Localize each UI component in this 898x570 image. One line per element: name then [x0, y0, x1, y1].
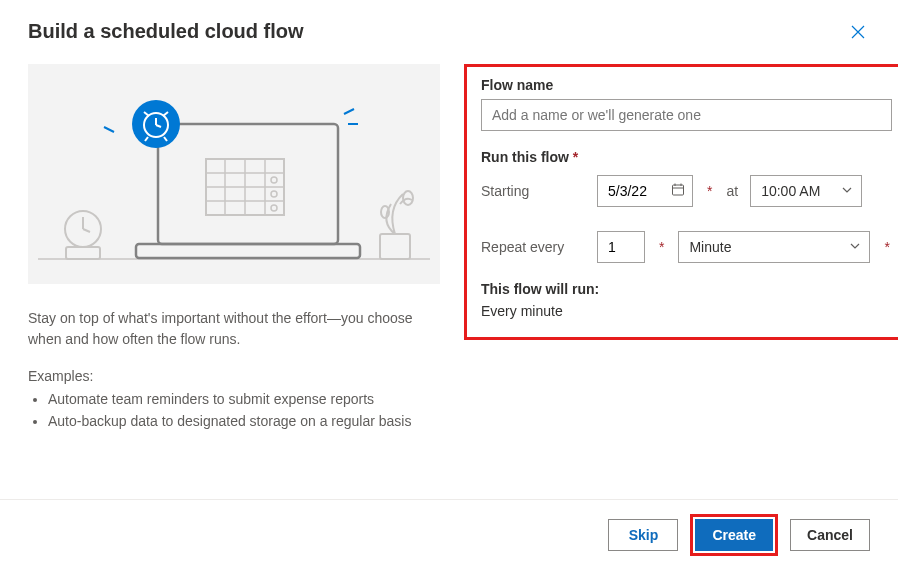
flow-name-input[interactable] [481, 99, 892, 131]
dialog-footer: Skip Create Cancel [0, 499, 898, 570]
flow-name-label: Flow name [481, 77, 892, 93]
description-text: Stay on top of what's important without … [28, 308, 440, 350]
required-asterisk: * [884, 239, 889, 255]
svg-line-20 [104, 127, 114, 132]
required-asterisk: * [707, 183, 712, 199]
svg-point-17 [271, 177, 277, 183]
run-summary-text: Every minute [481, 303, 892, 319]
at-label: at [726, 183, 738, 199]
svg-point-18 [271, 191, 277, 197]
example-item: Auto-backup data to designated storage o… [48, 410, 440, 432]
starting-time-select[interactable]: 10:00 AM [750, 175, 862, 207]
repeat-every-label: Repeat every [481, 239, 585, 255]
svg-rect-2 [66, 247, 100, 259]
svg-rect-9 [136, 244, 360, 258]
examples-list: Automate team reminders to submit expens… [28, 388, 440, 433]
create-button[interactable]: Create [695, 519, 773, 551]
dialog-title: Build a scheduled cloud flow [28, 20, 304, 43]
close-icon [850, 24, 866, 40]
form-panel: Flow name Run this flow * Starting [464, 64, 898, 340]
repeat-unit-select[interactable]: Minute [678, 231, 870, 263]
skip-button[interactable]: Skip [608, 519, 678, 551]
starting-label: Starting [481, 183, 585, 199]
illustration [28, 64, 440, 284]
starting-date-input[interactable] [597, 175, 693, 207]
create-button-highlight: Create [690, 514, 778, 556]
required-asterisk: * [659, 239, 664, 255]
svg-line-4 [83, 229, 90, 232]
examples-heading: Examples: [28, 368, 440, 384]
chevron-down-icon [841, 183, 853, 199]
cancel-button[interactable]: Cancel [790, 519, 870, 551]
svg-rect-5 [380, 234, 410, 259]
svg-rect-8 [158, 124, 338, 244]
example-item: Automate team reminders to submit expens… [48, 388, 440, 410]
repeat-count-input[interactable] [597, 231, 645, 263]
close-button[interactable] [846, 20, 870, 44]
svg-point-19 [271, 205, 277, 211]
run-this-flow-label: Run this flow * [481, 149, 892, 165]
svg-line-21 [344, 109, 354, 114]
run-summary-label: This flow will run: [481, 281, 892, 297]
chevron-down-icon [849, 239, 861, 255]
